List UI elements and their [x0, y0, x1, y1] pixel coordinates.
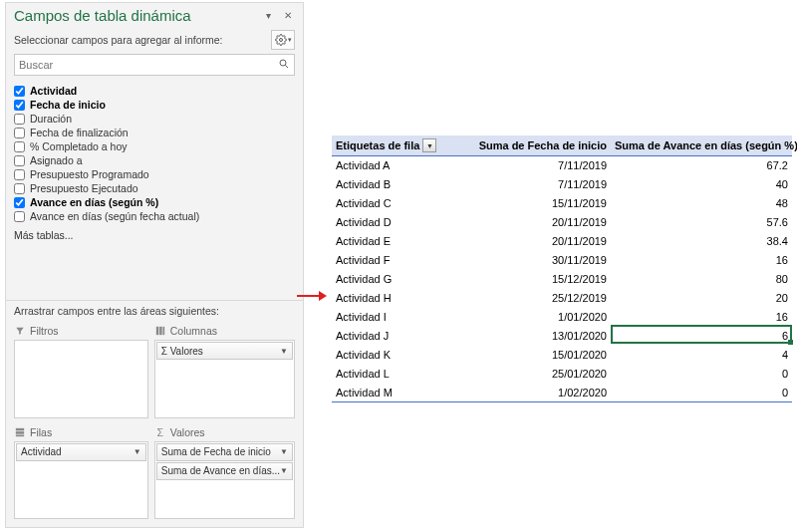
search-wrap: [6, 54, 303, 82]
pivot-header-col1[interactable]: Suma de Fecha de inicio: [456, 135, 611, 156]
svg-rect-5: [162, 327, 164, 335]
field-item[interactable]: Actividad: [14, 84, 295, 98]
row-label-cell[interactable]: Actividad H: [332, 289, 456, 308]
value-cell[interactable]: 67.2: [611, 156, 792, 175]
field-checkbox[interactable]: [14, 155, 25, 166]
row-label-cell[interactable]: Actividad M: [332, 384, 456, 402]
table-row[interactable]: Actividad L25/01/20200: [332, 365, 792, 384]
table-row[interactable]: Actividad M1/02/20200: [332, 384, 792, 402]
field-item[interactable]: Fecha de finalización: [14, 126, 295, 139]
area-valores-body[interactable]: Suma de Fecha de inicio▼Suma de Avance e…: [154, 441, 295, 520]
value-cell[interactable]: 16: [611, 251, 792, 270]
field-item[interactable]: Avance en días (según %): [14, 195, 295, 209]
pivot-header-col2[interactable]: Suma de Avance en días (según %): [611, 135, 792, 156]
area-pill[interactable]: Suma de Avance en días...▼: [156, 462, 293, 480]
row-label-cell[interactable]: Actividad K: [332, 346, 456, 365]
row-label-cell[interactable]: Actividad C: [332, 194, 456, 213]
svg-rect-8: [16, 434, 24, 436]
value-cell[interactable]: 16: [611, 308, 792, 327]
date-cell[interactable]: 15/01/2020: [456, 346, 611, 365]
search-input[interactable]: [19, 59, 278, 71]
panel-dropdown-icon[interactable]: ▾: [261, 9, 275, 23]
panel-settings-button[interactable]: ▾: [271, 30, 295, 50]
date-cell[interactable]: 15/11/2019: [456, 194, 611, 213]
field-item[interactable]: Avance en días (según fecha actual): [14, 209, 295, 223]
table-row[interactable]: Actividad I1/01/202016: [332, 308, 792, 327]
value-cell[interactable]: 0: [611, 384, 792, 402]
value-cell[interactable]: 48: [611, 194, 792, 213]
table-row[interactable]: Actividad D20/11/201957.6: [332, 213, 792, 232]
row-label-cell[interactable]: Actividad J: [332, 327, 456, 346]
value-cell[interactable]: 20: [611, 289, 792, 308]
field-checkbox[interactable]: [14, 169, 25, 180]
value-cell[interactable]: 38.4: [611, 232, 792, 251]
pivot-table[interactable]: Etiquetas de fila▼ Suma de Fecha de inic…: [332, 135, 792, 402]
field-item[interactable]: Asignado a: [14, 153, 295, 167]
date-cell[interactable]: 15/12/2019: [456, 270, 611, 289]
area-pill[interactable]: Suma de Fecha de inicio▼: [156, 443, 293, 461]
more-tables-link[interactable]: Más tablas...: [6, 225, 303, 245]
area-filas-body[interactable]: Actividad▼: [14, 441, 148, 520]
value-cell[interactable]: 0: [611, 365, 792, 384]
field-label: Fecha de inicio: [30, 99, 106, 111]
row-label-cell[interactable]: Actividad A: [332, 156, 456, 175]
field-checkbox[interactable]: [14, 128, 25, 138]
field-checkbox[interactable]: [14, 100, 25, 111]
table-row[interactable]: Actividad G15/12/201980: [332, 270, 792, 289]
field-checkbox[interactable]: [14, 86, 25, 97]
date-cell[interactable]: 30/11/2019: [456, 251, 611, 270]
field-item[interactable]: Fecha de inicio: [14, 98, 295, 112]
area-columnas-body[interactable]: Σ Valores▼: [154, 340, 295, 418]
table-row[interactable]: Actividad F30/11/201916: [332, 251, 792, 270]
field-checkbox[interactable]: [14, 197, 25, 208]
panel-close-icon[interactable]: ✕: [281, 9, 295, 23]
table-row[interactable]: Actividad E20/11/201938.4: [332, 232, 792, 251]
field-checkbox[interactable]: [14, 141, 25, 152]
area-pill[interactable]: Actividad▼: [16, 443, 146, 461]
date-cell[interactable]: 20/11/2019: [456, 232, 611, 251]
date-cell[interactable]: 25/01/2020: [456, 365, 611, 384]
row-label-cell[interactable]: Actividad D: [332, 213, 456, 232]
row-label-cell[interactable]: Actividad E: [332, 232, 456, 251]
row-label-cell[interactable]: Actividad F: [332, 251, 456, 270]
row-label-cell[interactable]: Actividad L: [332, 365, 456, 384]
value-cell[interactable]: 6: [611, 327, 792, 346]
value-cell[interactable]: 57.6: [611, 213, 792, 232]
pivot-header-rowlabels[interactable]: Etiquetas de fila▼: [332, 135, 456, 156]
table-row[interactable]: Actividad B7/11/201940: [332, 175, 792, 194]
search-box[interactable]: [14, 54, 295, 76]
field-item[interactable]: Duración: [14, 112, 295, 126]
table-row[interactable]: Actividad K15/01/20204: [332, 346, 792, 365]
rowlabels-dropdown-button[interactable]: ▼: [422, 138, 436, 152]
row-label-cell[interactable]: Actividad G: [332, 270, 456, 289]
area-pill[interactable]: Σ Valores▼: [156, 342, 293, 360]
area-filtros-body[interactable]: [14, 340, 148, 418]
field-item[interactable]: Presupuesto Ejecutado: [14, 181, 295, 195]
table-row[interactable]: Actividad C15/11/201948: [332, 194, 792, 213]
date-cell[interactable]: 1/01/2020: [456, 308, 611, 327]
table-row[interactable]: Actividad H25/12/201920: [332, 289, 792, 308]
value-cell[interactable]: 4: [611, 346, 792, 365]
field-checkbox[interactable]: [14, 114, 25, 125]
date-cell[interactable]: 25/12/2019: [456, 289, 611, 308]
date-cell[interactable]: 7/11/2019: [456, 156, 611, 175]
area-filas: Filas Actividad▼: [14, 424, 148, 520]
value-cell[interactable]: 80: [611, 270, 792, 289]
field-checkbox[interactable]: [14, 183, 25, 194]
field-item[interactable]: % Completado a hoy: [14, 139, 295, 153]
search-icon: [278, 58, 290, 73]
date-cell[interactable]: 20/11/2019: [456, 213, 611, 232]
row-label-cell[interactable]: Actividad I: [332, 308, 456, 327]
table-row[interactable]: Actividad A7/11/201967.2: [332, 156, 792, 175]
date-cell[interactable]: 1/02/2020: [456, 384, 611, 402]
area-valores: ΣValores Suma de Fecha de inicio▼Suma de…: [154, 424, 295, 520]
date-cell[interactable]: 7/11/2019: [456, 175, 611, 194]
table-row[interactable]: Actividad J13/01/20206: [332, 327, 792, 346]
row-label-cell[interactable]: Actividad B: [332, 175, 456, 194]
date-cell[interactable]: 13/01/2020: [456, 327, 611, 346]
field-item[interactable]: Presupuesto Programado: [14, 167, 295, 181]
area-columnas-title: Columnas: [170, 325, 217, 337]
value-cell[interactable]: 40: [611, 175, 792, 194]
area-pill-label: Actividad: [21, 446, 62, 457]
field-checkbox[interactable]: [14, 211, 25, 222]
